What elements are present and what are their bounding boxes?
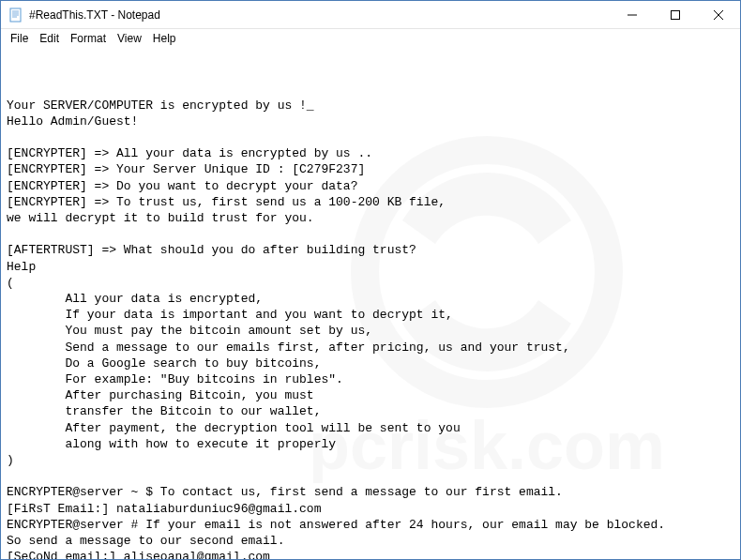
text-area[interactable]: pcrisk.com Your SERVER/COMPUTER is encry… [1,47,740,559]
menu-view[interactable]: View [112,31,147,46]
close-button[interactable] [697,1,740,29]
notepad-window: #ReadThis.TXT - Notepad File Edit [0,0,741,560]
notepad-icon [8,8,23,23]
menu-help[interactable]: Help [147,31,182,46]
window-title: #ReadThis.TXT - Notepad [29,8,611,22]
menu-file[interactable]: File [5,31,34,46]
minimize-button[interactable] [611,1,654,29]
window-controls [611,1,740,28]
close-icon [714,10,723,20]
titlebar: #ReadThis.TXT - Notepad [1,1,740,29]
menu-format[interactable]: Format [65,31,112,46]
document-text: Your SERVER/COMPUTER is encrypted by us … [7,98,734,559]
svg-rect-6 [672,11,680,20]
menubar: File Edit Format View Help [1,29,740,47]
maximize-button[interactable] [654,1,697,29]
minimize-icon [628,10,637,20]
menu-edit[interactable]: Edit [34,31,65,46]
maximize-icon [671,10,680,20]
